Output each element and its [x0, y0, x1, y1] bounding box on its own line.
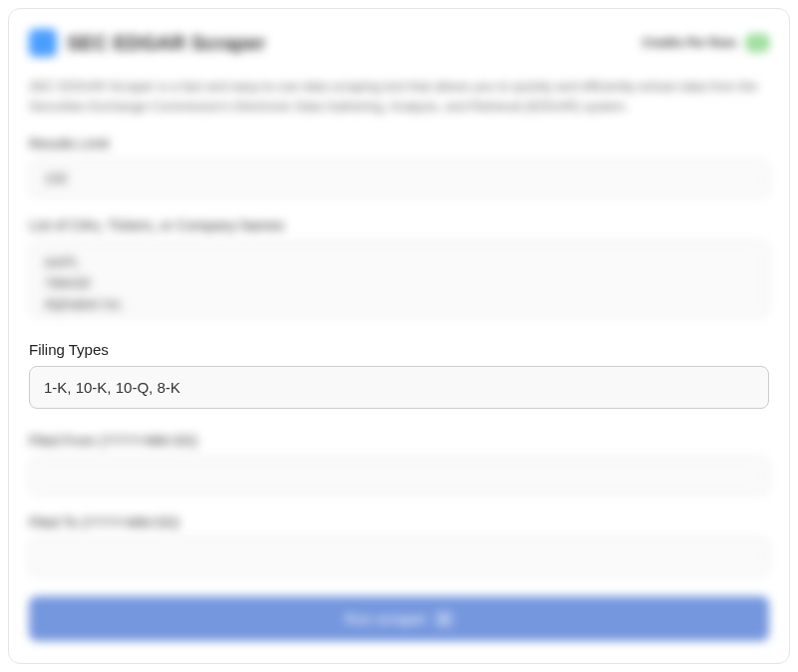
filed-from-label: Filed From (YYYY-MM-DD) — [29, 433, 769, 449]
filed-to-input[interactable] — [29, 538, 769, 576]
run-label: Run scraper — [345, 610, 427, 627]
filing-types-input[interactable] — [29, 366, 769, 409]
filed-to-group: Filed To (YYYY-MM-DD) — [29, 514, 769, 576]
filing-types-label: Filing Types — [29, 341, 769, 358]
header: SEC EDGAR Scraper Credits Per Row: 1 — [29, 29, 769, 57]
filed-to-label: Filed To (YYYY-MM-DD) — [29, 514, 769, 530]
companies-input[interactable]: AAPL 788430 Alphabet Inc — [29, 241, 769, 317]
description: SEC EDGAR Scraper is a fast and easy-to-… — [29, 77, 769, 116]
page-title: SEC EDGAR Scraper — [67, 32, 265, 55]
run-badge: 1 — [435, 611, 454, 627]
header-section: SEC EDGAR Scraper Credits Per Row: 1 SEC… — [29, 29, 769, 321]
filing-types-group: Filing Types — [29, 341, 769, 409]
companies-group: List of CIKs, Tickers, or Company Names … — [29, 217, 769, 321]
filed-from-group: Filed From (YYYY-MM-DD) — [29, 433, 769, 495]
main-container: SEC EDGAR Scraper Credits Per Row: 1 SEC… — [8, 8, 790, 664]
results-limit-label: Results Limit — [29, 136, 769, 152]
results-limit-group: Results Limit — [29, 136, 769, 197]
credits-label: Credits Per Row: — [642, 36, 739, 50]
filed-from-input[interactable] — [29, 457, 769, 495]
results-limit-input[interactable] — [29, 160, 769, 197]
run-scraper-button[interactable]: Run scraper 1 — [29, 596, 769, 641]
title-row: SEC EDGAR Scraper — [29, 29, 265, 57]
companies-label: List of CIKs, Tickers, or Company Names — [29, 217, 769, 233]
credits-row: Credits Per Row: 1 — [642, 34, 769, 52]
credits-badge: 1 — [746, 34, 769, 52]
footer-section: Filed From (YYYY-MM-DD) Filed To (YYYY-M… — [29, 433, 769, 641]
app-icon — [29, 29, 57, 57]
